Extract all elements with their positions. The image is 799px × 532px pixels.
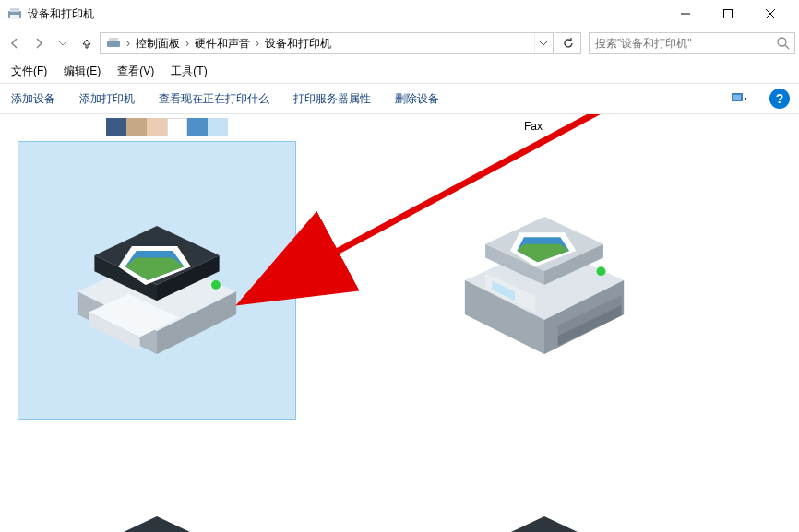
swatch <box>187 118 208 136</box>
navigation-bar: › 控制面板 › 硬件和声音 › 设备和打印机 <box>0 28 799 59</box>
menu-file[interactable]: 文件(F) <box>7 62 51 81</box>
svg-point-25 <box>211 280 221 290</box>
svg-rect-8 <box>109 38 118 41</box>
printer-icon <box>43 167 270 394</box>
maximize-button[interactable] <box>707 0 749 28</box>
printer-icon <box>43 495 270 532</box>
app-icon <box>7 6 22 21</box>
up-button[interactable] <box>76 32 98 54</box>
cmd-add-printer[interactable]: 添加打印机 <box>78 89 137 109</box>
device-label-fax: Fax <box>524 120 543 133</box>
search-input[interactable] <box>593 36 776 51</box>
address-bar[interactable]: › 控制面板 › 硬件和声音 › 设备和打印机 <box>100 32 554 54</box>
cmd-add-device[interactable]: 添加设备 <box>9 89 57 109</box>
command-bar: 添加设备 添加打印机 查看现在正在打印什么 打印服务器属性 删除设备 ? <box>0 83 799 114</box>
breadcrumb-sep: › <box>254 37 261 50</box>
cmd-see-printing[interactable]: 查看现在正在打印什么 <box>157 89 271 109</box>
svg-line-10 <box>785 45 789 49</box>
breadcrumb-icon <box>102 33 125 53</box>
menu-tools[interactable]: 工具(T) <box>167 62 210 81</box>
refresh-button[interactable] <box>555 32 581 54</box>
recent-dropdown[interactable] <box>52 32 74 54</box>
swatch <box>126 118 147 136</box>
device-printer-selected[interactable] <box>18 142 295 419</box>
swatch-strip <box>106 118 228 136</box>
content-area: Fax <box>0 114 799 532</box>
svg-rect-12 <box>733 95 741 100</box>
svg-marker-41 <box>94 516 219 532</box>
device-fax[interactable] <box>406 142 683 419</box>
svg-point-40 <box>597 266 606 276</box>
swatch <box>208 118 228 136</box>
breadcrumb-mid[interactable]: 硬件和声音 <box>191 33 254 53</box>
search-box[interactable] <box>589 32 795 54</box>
swatch <box>167 118 187 136</box>
breadcrumb-leaf[interactable]: 设备和打印机 <box>261 33 335 53</box>
breadcrumb-sep: › <box>125 37 132 50</box>
back-button[interactable] <box>4 32 26 54</box>
menu-bar: 文件(F) 编辑(E) 查看(V) 工具(T) <box>0 59 799 83</box>
search-icon <box>776 36 791 51</box>
svg-marker-47 <box>482 516 606 532</box>
svg-point-9 <box>778 38 786 46</box>
svg-rect-1 <box>10 8 19 12</box>
minimize-button[interactable] <box>664 0 707 28</box>
device-printer-3[interactable] <box>406 479 683 532</box>
close-button[interactable] <box>749 0 792 28</box>
forward-button[interactable] <box>28 32 50 54</box>
swatch <box>147 118 167 136</box>
svg-rect-7 <box>107 41 120 47</box>
svg-rect-2 <box>10 15 19 19</box>
view-options-button[interactable] <box>729 89 749 109</box>
printer-icon <box>431 495 658 532</box>
cmd-remove-device[interactable]: 删除设备 <box>393 89 441 109</box>
menu-view[interactable]: 查看(V) <box>113 62 158 81</box>
swatch <box>106 118 126 136</box>
cmd-server-props[interactable]: 打印服务器属性 <box>292 89 373 109</box>
svg-rect-4 <box>724 10 733 18</box>
device-printer-2[interactable] <box>18 479 295 532</box>
window-title: 设备和打印机 <box>28 6 94 22</box>
help-button[interactable]: ? <box>769 89 790 109</box>
title-bar: 设备和打印机 <box>0 0 799 28</box>
address-dropdown[interactable] <box>534 33 551 53</box>
menu-edit[interactable]: 编辑(E) <box>60 62 104 81</box>
fax-icon <box>431 167 658 394</box>
breadcrumb-root[interactable]: 控制面板 <box>132 33 184 53</box>
breadcrumb-sep: › <box>184 37 191 50</box>
